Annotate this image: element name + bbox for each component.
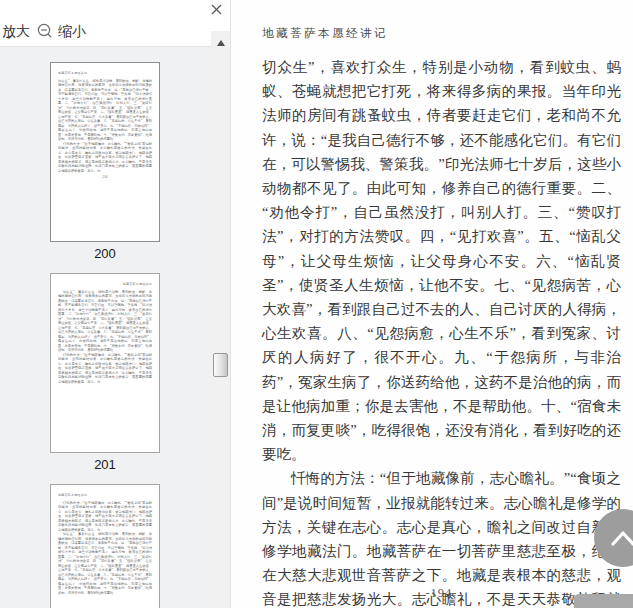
page-number: -194- bbox=[262, 586, 621, 601]
thumb-page-text: 忏悔的方法：“但于地藏像前，志心瞻礼。”“食顷之间”是说时间短暂，业报就能转过来… bbox=[58, 352, 152, 384]
thumbnail-page-200[interactable]: 地藏菩萨本愿经讲记 切众生”，喜欢打众生，特别是小动物，看到蚊虫、蚂蚁、苍蝇就想… bbox=[50, 62, 160, 242]
thumb-page-header: 地藏菩萨本愿经讲记 bbox=[58, 282, 152, 287]
thumb-page-text: 切众生”，喜欢打众生，特别是小动物，看到蚊虫、蚂蚁、苍蝇就想把它打死，将来得多病… bbox=[58, 78, 152, 141]
bottom-right-bar[interactable] bbox=[574, 594, 633, 608]
thumb-page-header: 地藏菩萨本愿经讲记 bbox=[58, 493, 152, 498]
zoom-out-icon[interactable] bbox=[37, 23, 53, 39]
thumbnail-page-next[interactable]: 地藏菩萨本愿经讲记 忏悔的方法：“但于地藏像前，志心瞻礼。”“食顷之间”是说时间… bbox=[50, 484, 160, 608]
zoom-out-button[interactable]: 缩小 bbox=[58, 23, 86, 39]
chevron-up-icon bbox=[610, 530, 633, 546]
thumb-page-footer: -194- bbox=[58, 175, 152, 178]
thumb-page-text: 切众生”，喜欢打众生，特别是小动物，看到蚊虫、蚂蚁、苍蝇就想把它打死，将来得多病… bbox=[58, 532, 152, 595]
thumb-page-text: 忏悔的方法：“但于地藏像前，志心瞻礼。”“食顷之间”是说时间短暂，业报就能转过来… bbox=[58, 141, 152, 173]
thumb-page-text: 切众生”，喜欢打众生，特别是小动物，看到蚊虫、蚂蚁、苍蝇就想把它打死，将来得多病… bbox=[58, 289, 152, 352]
thumb-page-text: 忏悔的方法：“但于地藏像前，志心瞻礼。”“食顷之间”是说时间短暂，业报就能转过来… bbox=[58, 500, 152, 532]
thumbnail-label-200: 200 bbox=[94, 246, 116, 261]
zoom-in-button[interactable]: 放大 bbox=[2, 23, 30, 39]
running-head: 地藏菩萨本愿经讲记 bbox=[262, 26, 621, 41]
scrollbar-thumb[interactable] bbox=[213, 353, 228, 377]
thumbnail-panel: 放大 缩小 地藏菩萨本愿经讲记 切众生”，喜欢打众生，特别是小 bbox=[0, 0, 231, 608]
scrollbar-up-icon[interactable] bbox=[217, 40, 225, 46]
thumbnail-label-201: 201 bbox=[94, 457, 116, 472]
thumb-page-header: 地藏菩萨本愿经讲记 bbox=[58, 71, 152, 76]
document-page: 地藏菩萨本愿经讲记 切众生”，喜欢打众生，特别是小动物，看到蚊虫、蚂蚁、苍蝇就想… bbox=[232, 0, 633, 608]
thumbnail-page-201[interactable]: 地藏菩萨本愿经讲记 切众生”，喜欢打众生，特别是小动物，看到蚊虫、蚂蚁、苍蝇就想… bbox=[50, 273, 160, 453]
sidebar-scrollbar[interactable] bbox=[211, 31, 230, 608]
zoom-toolbar: 放大 缩小 bbox=[0, 0, 230, 47]
thumbnail-list: 地藏菩萨本愿经讲记 切众生”，喜欢打众生，特别是小动物，看到蚊虫、蚂蚁、苍蝇就想… bbox=[0, 48, 210, 608]
body-paragraph: 切众生”，喜欢打众生，特别是小动物，看到蚊虫、蚂蚁、苍蝇就想把它打死，将来得多病… bbox=[262, 55, 621, 466]
close-panel-button[interactable] bbox=[209, 2, 223, 16]
close-icon bbox=[211, 4, 222, 15]
pdf-viewer-window: 放大 缩小 地藏菩萨本愿经讲记 切众生”，喜欢打众生，特别是小 bbox=[0, 0, 633, 608]
